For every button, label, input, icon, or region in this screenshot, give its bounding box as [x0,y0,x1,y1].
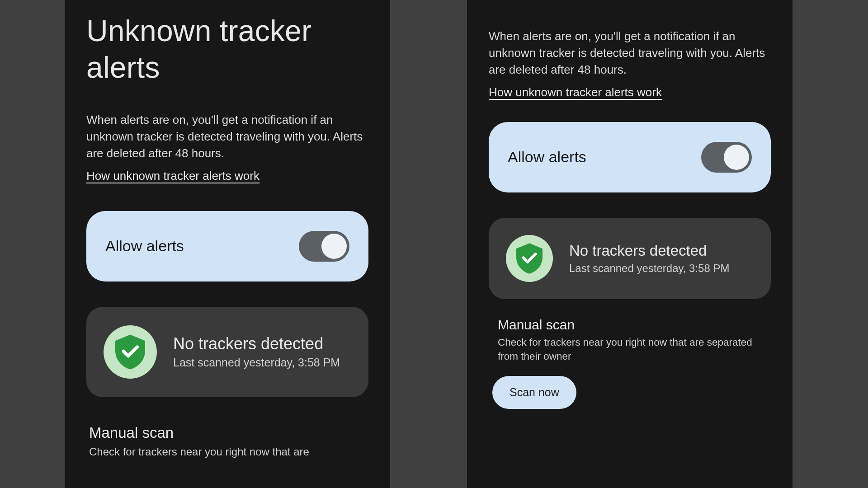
manual-scan-title: Manual scan [498,317,771,333]
allow-alerts-card[interactable]: Allow alerts [86,211,368,282]
settings-screen-right: When alerts are on, you'll get a notific… [467,0,793,488]
allow-alerts-toggle[interactable] [701,142,752,173]
page-description: When alerts are on, you'll get a notific… [489,28,771,78]
manual-scan-description: Check for trackers near you right now th… [89,444,368,459]
manual-scan-title: Manual scan [89,424,368,441]
allow-alerts-card[interactable]: Allow alerts [489,122,771,192]
allow-alerts-label: Allow alerts [105,237,184,255]
settings-screen-left: Unknown tracker alerts When alerts are o… [65,0,390,488]
shield-check-icon [506,235,553,282]
status-subtitle: Last scanned yesterday, 3:58 PM [173,356,340,369]
allow-alerts-label: Allow alerts [508,148,586,166]
toggle-knob [321,234,347,259]
shield-check-icon [104,325,157,379]
page-description: When alerts are on, you'll get a notific… [86,112,368,162]
learn-more-link[interactable]: How unknown tracker alerts work [489,85,662,99]
status-title: No trackers detected [173,334,340,353]
page-title: Unknown tracker alerts [86,13,368,85]
scan-status-card[interactable]: No trackers detected Last scanned yester… [86,307,368,397]
scan-now-button[interactable]: Scan now [492,376,576,409]
scan-status-card[interactable]: No trackers detected Last scanned yester… [489,218,771,299]
allow-alerts-toggle[interactable] [299,231,349,262]
learn-more-link[interactable]: How unknown tracker alerts work [86,169,259,183]
toggle-knob [724,145,749,170]
manual-scan-description: Check for trackers near you right now th… [498,335,771,363]
status-title: No trackers detected [569,242,729,259]
status-subtitle: Last scanned yesterday, 3:58 PM [569,262,729,275]
